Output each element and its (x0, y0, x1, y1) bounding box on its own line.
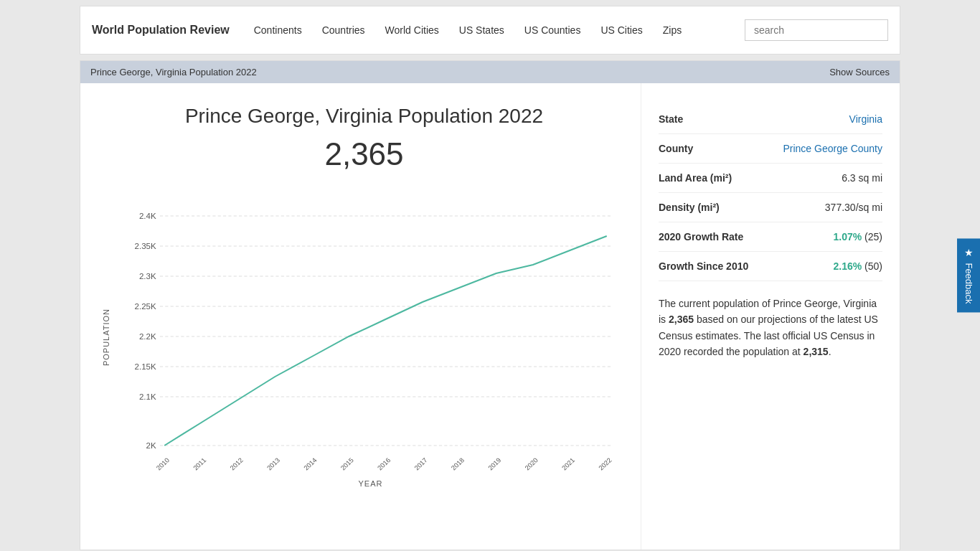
growth-since-value: 2.16% (50) (765, 252, 882, 281)
chart-container: POPULATION (102, 187, 626, 488)
feedback-star: ★ (963, 247, 974, 258)
svg-text:2.35K: 2.35K (135, 242, 157, 250)
svg-text:2010: 2010 (155, 456, 171, 471)
feedback-label: Feedback (963, 263, 974, 303)
nav-link-continents[interactable]: Continents (244, 24, 312, 36)
land-area-label: Land Area (mi²) (659, 164, 765, 193)
y-axis-label: POPULATION (102, 309, 110, 366)
desc-census-bold: 2,315 (804, 346, 829, 357)
svg-text:2K: 2K (146, 441, 157, 450)
growth-rate-label: 2020 Growth Rate (659, 222, 765, 252)
county-label: County (659, 134, 765, 164)
right-panel: State Virginia County Prince George Coun… (641, 83, 900, 550)
growth-rate-value: 1.07% (25) (765, 222, 882, 252)
nav-link-us-cities[interactable]: US Cities (590, 24, 652, 36)
svg-text:2016: 2016 (376, 456, 392, 471)
chart-svg: 2.4K 2.35K 2.3K 2.25K 2.2K 2.15K 2.1K 2K… (115, 202, 626, 474)
svg-text:2020: 2020 (524, 456, 540, 471)
nav-link-us-states[interactable]: US States (449, 24, 514, 36)
nav-link-us-counties[interactable]: US Counties (514, 24, 591, 36)
feedback-tab[interactable]: ★ Feedback (957, 238, 980, 312)
desc-post: . (829, 346, 831, 357)
svg-text:2022: 2022 (598, 456, 613, 471)
svg-text:2012: 2012 (229, 456, 245, 471)
svg-text:2017: 2017 (413, 456, 429, 471)
state-label: State (659, 105, 765, 134)
chart-inner: 2.4K 2.35K 2.3K 2.25K 2.2K 2.15K 2.1K 2K… (115, 202, 626, 488)
svg-text:2019: 2019 (486, 456, 502, 471)
card-header: Prince George, Virginia Population 2022 … (80, 61, 900, 83)
land-area-value: 6.3 sq mi (765, 164, 882, 193)
x-axis-label: YEAR (115, 479, 626, 488)
nav-brand[interactable]: World Population Review (92, 24, 230, 37)
svg-text:2013: 2013 (265, 456, 281, 471)
nav-link-world-cities[interactable]: World Cities (375, 24, 449, 36)
chart-svg-area: 2.4K 2.35K 2.3K 2.25K 2.2K 2.15K 2.1K 2K… (115, 202, 626, 476)
svg-text:2021: 2021 (560, 456, 576, 471)
state-row: State Virginia (659, 105, 882, 134)
main-card: Prince George, Virginia Population 2022 … (80, 60, 900, 550)
growth-rate-count: (25) (864, 231, 882, 242)
state-value: Virginia (765, 105, 882, 134)
nav-bar: World Population Review Continents Count… (80, 6, 900, 55)
growth-since-pct: 2.16% (834, 260, 862, 272)
svg-text:2.3K: 2.3K (139, 272, 156, 281)
nav-link-zips[interactable]: Zips (653, 24, 692, 36)
growth-since-count: (50) (864, 260, 882, 272)
svg-text:2011: 2011 (192, 456, 207, 471)
svg-text:2.25K: 2.25K (135, 302, 157, 311)
growth-since-label: Growth Since 2010 (659, 252, 765, 281)
page-title: Prince George, Virginia Population 2022 (102, 105, 626, 128)
svg-text:2.4K: 2.4K (139, 212, 156, 220)
svg-text:2015: 2015 (339, 456, 355, 471)
nav-links: Continents Countries World Cities US Sta… (244, 24, 745, 36)
growth-rate-row: 2020 Growth Rate 1.07% (25) (659, 222, 882, 252)
population-number: 2,365 (102, 136, 626, 172)
density-label: Density (mi²) (659, 193, 765, 222)
left-panel: Prince George, Virginia Population 2022 … (80, 83, 641, 550)
state-link[interactable]: Virginia (849, 113, 882, 125)
show-sources-link[interactable]: Show Sources (829, 67, 890, 77)
svg-text:2.15K: 2.15K (135, 362, 157, 371)
card-body: Prince George, Virginia Population 2022 … (80, 83, 900, 550)
chart-line (164, 236, 607, 446)
info-table: State Virginia County Prince George Coun… (659, 105, 882, 281)
svg-text:2.1K: 2.1K (139, 392, 156, 401)
desc-pop-bold: 2,365 (669, 314, 694, 325)
search-input[interactable] (745, 19, 888, 41)
county-value: Prince George County (765, 134, 882, 164)
growth-since-row: Growth Since 2010 2.16% (50) (659, 252, 882, 281)
card-header-title: Prince George, Virginia Population 2022 (90, 67, 257, 77)
nav-link-countries[interactable]: Countries (312, 24, 375, 36)
description-text: The current population of Prince George,… (659, 296, 882, 360)
growth-rate-pct: 1.07% (834, 231, 862, 242)
county-row: County Prince George County (659, 134, 882, 164)
svg-text:2014: 2014 (303, 456, 319, 471)
density-value: 377.30/sq mi (765, 193, 882, 222)
density-row: Density (mi²) 377.30/sq mi (659, 193, 882, 222)
search-container (745, 19, 888, 41)
svg-text:2.2K: 2.2K (139, 332, 156, 341)
land-area-row: Land Area (mi²) 6.3 sq mi (659, 164, 882, 193)
svg-text:2018: 2018 (450, 456, 466, 471)
county-link[interactable]: Prince George County (783, 143, 882, 154)
